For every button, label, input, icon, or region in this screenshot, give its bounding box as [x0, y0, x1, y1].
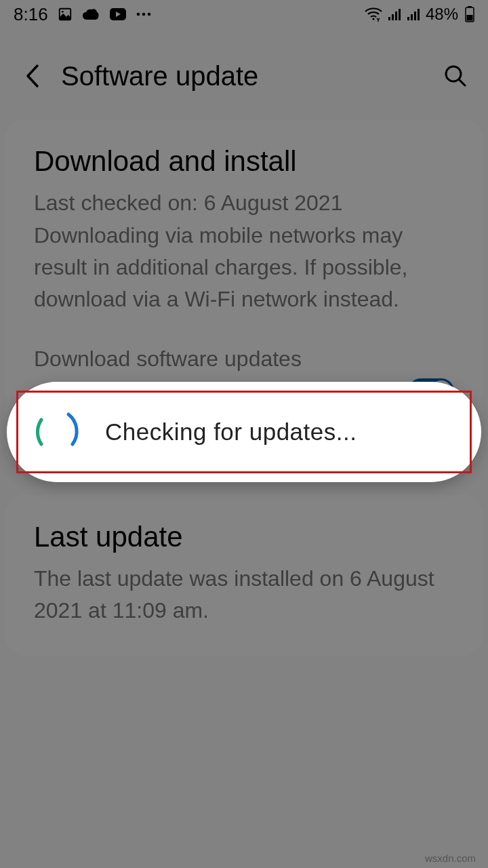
battery-icon [465, 6, 474, 22]
svg-rect-10 [399, 9, 401, 20]
search-icon [444, 64, 467, 87]
modal-highlight: Checking for updates... [16, 391, 472, 473]
status-right: 48% [365, 5, 474, 24]
svg-line-19 [459, 79, 465, 85]
checking-updates-modal: Checking for updates... [7, 382, 481, 482]
picture-icon [58, 7, 73, 22]
last-update-card[interactable]: Last update The last update was installe… [5, 495, 483, 656]
svg-rect-11 [407, 17, 409, 20]
svg-rect-8 [392, 14, 394, 20]
status-bar: 8:16 48% [0, 0, 488, 28]
last-update-title: Last update [34, 521, 454, 553]
wifi-icon [365, 7, 382, 22]
back-button[interactable] [16, 60, 49, 92]
download-install-title: Download and install [34, 145, 454, 178]
svg-point-6 [372, 18, 374, 20]
svg-rect-12 [411, 14, 413, 20]
svg-point-1 [62, 11, 64, 13]
download-install-desc: Last checked on: 6 August 2021 Downloadi… [34, 187, 454, 315]
page-title: Software update [61, 61, 439, 92]
svg-rect-13 [414, 12, 416, 20]
checking-updates-text: Checking for updates... [105, 418, 357, 446]
status-time: 8:16 [14, 4, 48, 25]
status-left: 8:16 [14, 4, 151, 25]
more-icon [136, 12, 151, 16]
spinner-icon [29, 405, 83, 459]
watermark: wsxdn.com [425, 852, 476, 864]
svg-point-5 [147, 13, 150, 16]
svg-point-4 [142, 13, 145, 16]
header: Software update [0, 28, 488, 119]
signal-icon-1 [388, 7, 401, 21]
signal-icon-2 [407, 7, 420, 21]
svg-rect-9 [395, 12, 397, 20]
svg-rect-7 [388, 17, 390, 20]
battery-percent: 48% [426, 5, 458, 24]
svg-point-3 [136, 13, 140, 16]
last-update-desc: The last update was installed on 6 Augus… [34, 563, 454, 627]
svg-rect-17 [467, 15, 473, 21]
cloud-icon [82, 8, 100, 20]
search-button[interactable] [439, 60, 472, 92]
svg-rect-14 [418, 9, 420, 20]
chevron-left-icon [25, 64, 40, 88]
youtube-icon [109, 7, 127, 21]
